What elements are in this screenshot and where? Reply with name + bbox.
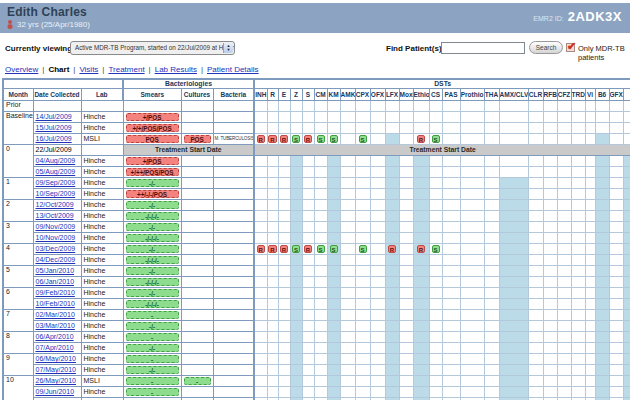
date-link[interactable]: 13/Oct/2009 [36, 212, 74, 219]
dst-cell [543, 331, 557, 342]
dst-cell [254, 111, 267, 122]
tab-visits[interactable]: Visits [79, 65, 98, 74]
dst-cell [399, 133, 413, 144]
bacteria-cell [213, 122, 254, 133]
culture-cell [181, 386, 213, 397]
dst-cell [302, 364, 314, 375]
date-link[interactable]: 03/Dec/2009 [36, 245, 76, 252]
date-link[interactable]: 26/May/2010 [36, 377, 76, 384]
dst-cell [595, 221, 609, 232]
date-link[interactable]: 10/Nov/2009 [36, 234, 76, 241]
tab-overview[interactable]: Overview [5, 65, 38, 74]
dst-cell [267, 111, 278, 122]
date-collected-cell: 26/May/2010 [33, 375, 81, 386]
program-select[interactable]: Active MDR-TB Program, started on 22/Jul… [70, 41, 235, 55]
tab-lab-results[interactable]: Lab Results [155, 65, 197, 74]
dst-cell [413, 353, 429, 364]
dst-cell [340, 287, 355, 298]
dst-cell [429, 375, 442, 386]
dst-cell [543, 210, 557, 221]
dst-cell [254, 320, 267, 331]
date-link[interactable]: 14/Jul/2009 [36, 113, 72, 120]
column-header: S [302, 88, 314, 100]
dst-cell [595, 100, 609, 111]
date-link[interactable]: 05/Jan/2010 [36, 267, 75, 274]
lab-cell: Hinche [81, 287, 123, 298]
date-link[interactable]: 12/Oct/2009 [36, 201, 74, 208]
date-link[interactable]: 06/Jan/2010 [36, 278, 75, 285]
lab-cell: Hinche [81, 353, 123, 364]
dst-cell [623, 364, 630, 375]
dst-cell [460, 100, 484, 111]
dst-cell [499, 353, 528, 364]
tab-separator: | [201, 65, 203, 74]
dst-cell: S [290, 133, 302, 144]
dst-cell [484, 199, 499, 210]
dst-cell [327, 111, 340, 122]
culture-result-badge: - [184, 377, 211, 385]
date-link[interactable]: 02/Mar/2010 [36, 311, 75, 318]
dst-cell [460, 166, 484, 177]
date-link[interactable]: 07/May/2010 [36, 366, 76, 373]
dst-cell [442, 177, 460, 188]
smear-result-badge: - [126, 355, 179, 363]
date-link[interactable]: 16/Jul/2009 [36, 135, 72, 142]
tab-chart[interactable]: Chart [48, 65, 69, 74]
select-stepper-icon[interactable]: ▲▼ [223, 43, 233, 53]
culture-cell [181, 111, 213, 122]
dst-cell [355, 221, 370, 232]
dst-cell [355, 287, 370, 298]
dst-cell [302, 265, 314, 276]
dst-cell [278, 386, 290, 397]
lab-cell: Hinche [81, 232, 123, 243]
only-mdr-checkbox[interactable]: ✔ [566, 43, 575, 52]
smear-cell: -/- [123, 177, 181, 188]
dst-cell [278, 111, 290, 122]
date-link[interactable]: 10/Sep/2009 [36, 190, 76, 197]
date-link[interactable]: 10/Feb/2010 [36, 300, 75, 307]
dst-cell [385, 122, 399, 133]
date-link[interactable]: 09/Sep/2009 [36, 179, 76, 186]
date-link[interactable]: 07/Apr/2010 [36, 344, 74, 351]
dst-cell [528, 122, 543, 133]
date-link[interactable]: 09/Nov/2009 [36, 223, 76, 230]
dst-cell [442, 309, 460, 320]
lab-cell: Hinche [81, 111, 123, 122]
date-link[interactable]: 06/May/2010 [36, 355, 76, 362]
dst-cell [571, 221, 585, 232]
dst-cell [290, 375, 302, 386]
dst-cell [460, 287, 484, 298]
date-link[interactable]: 04/Aug/2009 [36, 157, 76, 164]
date-link[interactable]: 09/Feb/2010 [36, 289, 75, 296]
dst-cell [355, 232, 370, 243]
dst-cell [460, 133, 484, 144]
tab-patient-details[interactable]: Patient Details [207, 65, 259, 74]
date-link[interactable]: 06/Apr/2010 [36, 333, 74, 340]
dst-cell [595, 287, 609, 298]
tab-treatment[interactable]: Treatment [108, 65, 144, 74]
date-link[interactable]: 15/Jul/2009 [36, 124, 72, 131]
date-link[interactable]: 09/Jun/2010 [36, 388, 75, 395]
date-link[interactable]: 05/Aug/2009 [36, 168, 76, 175]
find-patient-input[interactable] [441, 42, 525, 54]
dst-cell [460, 188, 484, 199]
dst-cell [543, 221, 557, 232]
dst-cell [385, 342, 399, 353]
bacteria-cell [213, 100, 254, 111]
column-header: E [278, 88, 290, 100]
dst-cell [609, 177, 623, 188]
date-link[interactable]: 03/Mar/2010 [36, 322, 75, 329]
lab-cell: Hinche [81, 177, 123, 188]
date-link[interactable]: 04/Dec/2009 [36, 256, 76, 263]
dst-cell [399, 177, 413, 188]
dst-cell [340, 111, 355, 122]
dst-cell [385, 309, 399, 320]
dst-cell [267, 100, 278, 111]
dst-cell [543, 155, 557, 166]
dst-cell [528, 287, 543, 298]
treatment-start-bar: Treatment Start Date [254, 144, 630, 155]
dst-cell [327, 265, 340, 276]
date-collected-cell: 14/Jul/2009 [33, 111, 81, 122]
smear-cell: - [123, 375, 181, 386]
search-button[interactable]: Search [529, 41, 563, 54]
